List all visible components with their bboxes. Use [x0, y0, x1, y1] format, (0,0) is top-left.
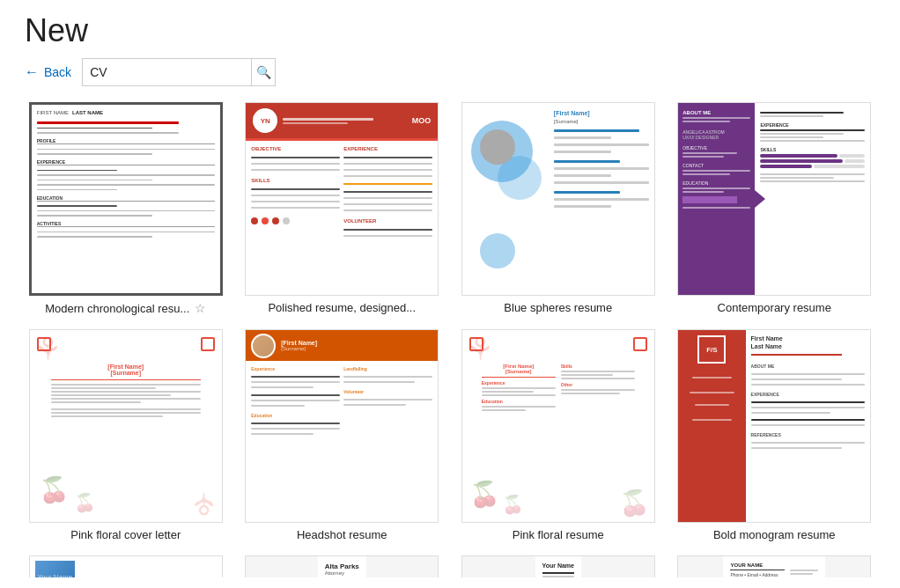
- template-thumb: Your Name: [461, 555, 655, 577]
- template-name: Blue spheres resume: [504, 301, 612, 314]
- template-label: Modern chronological resu... ☆: [45, 301, 206, 315]
- template-card-contemporary[interactable]: ABOUT ME ANGELICA ASTROM UX/UI DESIGNER …: [674, 102, 876, 315]
- search-button[interactable]: 🔍: [251, 59, 275, 85]
- template-card-modern-chronological[interactable]: FIRST NAME LAST NAME PROFILE EXPERIENCE …: [25, 102, 227, 315]
- template-name: Contemporary resume: [718, 301, 831, 314]
- search-icon: 🔍: [256, 65, 271, 79]
- template-label: Polished resume, designed...: [268, 301, 416, 314]
- template-name: Modern chronological resu...: [45, 302, 189, 315]
- template-card-plain[interactable]: YOUR NAME Phone • Email • Address via Ly…: [674, 555, 876, 577]
- search-wrapper: 🔍: [82, 58, 276, 86]
- star-icon[interactable]: ☆: [195, 301, 206, 315]
- template-label: Bold monogram resume: [713, 528, 836, 541]
- template-thumb: [First Name] [Surname]: [461, 102, 655, 296]
- template-label: Headshot resume: [297, 528, 387, 541]
- template-thumb: [First Name] [Surname] Experience Educat…: [245, 329, 439, 523]
- template-label: Pink floral cover letter: [70, 528, 181, 541]
- template-thumb: Alta Parks Attorney: [245, 555, 439, 577]
- template-card-pink-floral-resume[interactable]: ⚘ [First Name][Surname] Experience Educa…: [457, 329, 660, 541]
- template-name: Bold monogram resume: [713, 528, 836, 541]
- template-name: Headshot resume: [297, 528, 387, 541]
- search-input[interactable]: [83, 59, 251, 85]
- template-card-simple[interactable]: Your Name: [457, 555, 660, 577]
- template-thumb: ⚘ ⚘ [First Name][Surname]: [29, 329, 223, 523]
- template-label: Blue spheres resume: [504, 301, 612, 314]
- back-arrow-icon: ←: [25, 64, 39, 80]
- back-label: Back: [44, 65, 71, 79]
- template-thumb: YN MOO OBJECTIVE SKILLS: [245, 102, 439, 296]
- back-button[interactable]: ← Back: [25, 64, 71, 80]
- template-thumb: ABOUT ME ANGELICA ASTROM UX/UI DESIGNER …: [677, 102, 871, 296]
- templates-grid: FIRST NAME LAST NAME PROFILE EXPERIENCE …: [0, 102, 900, 577]
- template-card-polished[interactable]: YN MOO OBJECTIVE SKILLS: [241, 102, 444, 315]
- template-card-headshot[interactable]: [First Name] [Surname] Experience Educat…: [241, 329, 444, 541]
- template-thumb: FIRST NAME LAST NAME PROFILE EXPERIENCE …: [29, 102, 223, 296]
- template-label: Pink floral resume: [513, 528, 604, 541]
- template-label: Contemporary resume: [718, 301, 831, 314]
- search-bar: ← Back 🔍: [0, 58, 900, 102]
- template-name: Pink floral cover letter: [70, 528, 181, 541]
- template-thumb: Your Name Attorney: [29, 555, 223, 577]
- template-card-blue-spheres[interactable]: [First Name] [Surname] Blue spheres r: [457, 102, 660, 315]
- template-card-alta-parks[interactable]: Alta Parks Attorney: [241, 555, 444, 577]
- template-name: Polished resume, designed...: [268, 301, 416, 314]
- template-card-bold-monogram[interactable]: F/S First Name Last Name ABOUT ME: [674, 329, 876, 541]
- template-thumb: YOUR NAME Phone • Email • Address via Ly…: [677, 555, 871, 577]
- template-thumb: ⚘ [First Name][Surname] Experience Educa…: [461, 329, 655, 523]
- template-name: Pink floral resume: [513, 528, 604, 541]
- page-title: New: [0, 0, 900, 58]
- template-card-pink-floral-cover[interactable]: ⚘ ⚘ [First Name][Surname]: [25, 329, 227, 541]
- template-card-law[interactable]: Your Name Attorney: [25, 555, 227, 577]
- template-thumb: F/S First Name Last Name ABOUT ME: [677, 329, 871, 523]
